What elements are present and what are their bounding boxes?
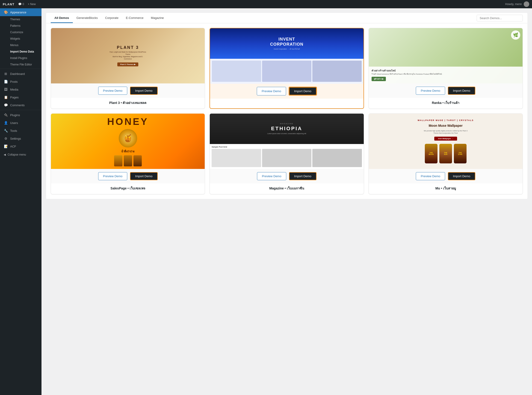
howdy-text: Howdy, menn	[505, 3, 522, 6]
demo-card-name-salespage: SalesPage • เว็บเซลเพจ	[110, 187, 145, 190]
comments-count: 0	[22, 3, 24, 6]
demo-card-plant3: PLANT 3 Fast, Leight and Made for Multip…	[51, 28, 205, 109]
demo-card-name-ranka: Ranka • เว็บร้านค้า	[432, 101, 459, 105]
sidebar-item-settings[interactable]: ⚙ Settings	[0, 135, 42, 143]
sidebar-item-install-plugins[interactable]: Install Plugins	[0, 55, 42, 61]
sidebar-item-theme-file-editor[interactable]: Theme File Editor	[0, 61, 42, 68]
acf-icon: 📝	[4, 144, 8, 148]
appearance-icon: 🎨	[4, 10, 8, 14]
sidebar-item-customize[interactable]: Customize	[0, 29, 42, 35]
preview-demo-button-plant3[interactable]: Preview Demo	[98, 87, 127, 95]
sidebar-item-appearance[interactable]: 🎨 Appearance	[0, 8, 42, 16]
sidebar-item-label: Appearance	[10, 11, 26, 14]
new-button[interactable]: + New	[28, 3, 36, 6]
sidebar-item-widgets[interactable]: Widgets	[0, 35, 42, 42]
sidebar-item-menus[interactable]: Menus	[0, 42, 42, 48]
demo-card-footer-magazine: Magazine • เว็บแมกาซีน	[210, 183, 363, 194]
demo-card-thumb-invent: INVENTCORPORATION Invent Corporation → เ…	[210, 28, 363, 84]
sidebar-item-plugins[interactable]: 🔌 Plugins	[0, 111, 42, 119]
media-icon: 🖼	[4, 88, 8, 91]
posts-icon: 📄	[4, 80, 8, 83]
sidebar-item-dashboard[interactable]: ⊞ Dashboard	[0, 70, 42, 78]
sidebar-item-media[interactable]: 🖼 Media	[0, 86, 42, 93]
sidebar-item-users[interactable]: 👤 Users	[0, 119, 42, 127]
users-icon: 👤	[4, 121, 8, 125]
page-content: All Demos GenerateBlocks Corporate E-Com…	[46, 13, 527, 199]
preview-demo-button-salespage[interactable]: Preview Demo	[98, 172, 127, 180]
sidebar-item-patterns[interactable]: Patterns	[0, 22, 42, 29]
comments-button[interactable]: 💬 0	[18, 3, 24, 6]
search-input[interactable]	[477, 15, 523, 22]
preview-demo-button-magazine[interactable]: Preview Demo	[257, 172, 286, 180]
collapse-icon: ◀	[4, 153, 6, 156]
sidebar-item-import-demo-data[interactable]: Import Demo Data	[0, 48, 42, 55]
preview-demo-button-ranka[interactable]: Preview Demo	[416, 87, 445, 95]
import-demo-button-mu[interactable]: Import Demo	[448, 172, 475, 180]
demo-card-actions-mu: Preview Demo Import Demo	[369, 169, 522, 183]
demo-card-actions-magazine: Preview Demo Import Demo	[210, 169, 363, 183]
topbar-left: PLANT 💬 0 + New	[3, 3, 36, 6]
demo-card-actions-invent: Preview Demo Import Demo	[210, 84, 363, 99]
main-content: All Demos GenerateBlocks Corporate E-Com…	[42, 8, 532, 395]
sidebar-divider	[0, 69, 42, 69]
plugins-icon: 🔌	[4, 113, 8, 117]
demo-card-thumb-salespage: HONEY 🍯 น้ำผึ้งป่าป่าย	[51, 114, 205, 169]
demo-card-footer-ranka: Ranka • เว็บร้านค้า	[369, 98, 522, 109]
sidebar-item-pages[interactable]: 📋 Pages	[0, 93, 42, 101]
topbar-right: Howdy, menn	[505, 1, 529, 7]
tools-icon: 🔧	[4, 129, 8, 132]
import-demo-button-ranka[interactable]: Import Demo	[448, 87, 475, 95]
demo-card-salespage: HONEY 🍯 น้ำผึ้งป่าป่าย Preview Demo Impo…	[51, 113, 205, 194]
demo-grid: PLANT 3 Fast, Leight and Made for Multip…	[46, 23, 527, 199]
preview-demo-button-invent[interactable]: Preview Demo	[257, 87, 286, 95]
preview-demo-button-mu[interactable]: Preview Demo	[416, 172, 445, 180]
sidebar-item-tools[interactable]: 🔧 Tools	[0, 127, 42, 135]
dashboard-icon: ⊞	[4, 72, 8, 76]
import-demo-button-plant3[interactable]: Import Demo	[130, 87, 157, 95]
demo-card-magazine: MAGAZINE ETHIOPIA Lorem ipsum dolor sit …	[209, 113, 364, 194]
sidebar: 🎨 Appearance Themes Patterns Customize W…	[0, 8, 42, 395]
sidebar-item-posts[interactable]: 📄 Posts	[0, 78, 42, 86]
tab-corporate[interactable]: Corporate	[101, 13, 122, 23]
import-demo-button-salespage[interactable]: Import Demo	[130, 172, 157, 180]
sidebar-item-acf[interactable]: 📝 ACF	[0, 143, 42, 150]
comments-icon: 💬	[4, 103, 8, 107]
site-logo: PLANT	[3, 3, 15, 6]
sidebar-divider-2	[0, 110, 42, 110]
tabs-bar: All Demos GenerateBlocks Corporate E-Com…	[46, 13, 527, 23]
sidebar-item-themes[interactable]: Themes	[0, 16, 42, 22]
demo-card-thumb-plant3: PLANT 3 Fast, Leight and Made for Multip…	[51, 28, 205, 83]
demo-card-footer-salespage: SalesPage • เว็บเซลเพจ	[51, 183, 205, 194]
demo-card-footer-mu: Mu • เว็บสายมู	[369, 183, 522, 194]
tab-generateblocks[interactable]: GenerateBlocks	[73, 13, 102, 23]
tab-ecommerce[interactable]: E-Commerce	[122, 13, 147, 23]
collapse-menu-button[interactable]: ◀ Collapse menu	[0, 150, 42, 159]
demo-card-footer-invent	[210, 99, 363, 104]
demo-card-name-magazine: Magazine • เว็บแมกาซีน	[269, 187, 304, 190]
demo-card-actions-salespage: Preview Demo Import Demo	[51, 169, 205, 183]
settings-icon: ⚙	[4, 137, 8, 140]
demo-card-thumb-magazine: MAGAZINE ETHIOPIA Lorem ipsum dolor sit …	[210, 114, 363, 169]
comment-icon: 💬	[18, 3, 22, 6]
tab-magazine[interactable]: Magazine	[147, 13, 167, 23]
demo-card-actions-plant3: Preview Demo Import Demo	[51, 83, 205, 98]
demo-card-footer-plant3: Plant 3 • ตัวอย่างเทมเพลต	[51, 98, 205, 109]
demo-card-name-mu: Mu • เว็บสายมู	[435, 187, 456, 190]
sidebar-item-comments[interactable]: 💬 Comments	[0, 101, 42, 109]
tab-all-demos[interactable]: All Demos	[51, 13, 73, 23]
import-demo-button-magazine[interactable]: Import Demo	[289, 172, 317, 180]
demo-card-thumb-mu: WALLPAPER MUSE | TAROT | CRYSTALS Moon M…	[369, 114, 522, 169]
demo-card-actions-ranka: Preview Demo Import Demo	[369, 83, 522, 98]
demo-card-mu: WALLPAPER MUSE | TAROT | CRYSTALS Moon M…	[368, 113, 523, 194]
demo-card-name-plant3: Plant 3 • ตัวอย่างเทมเพลต	[109, 101, 147, 105]
demo-card-ranka: 🌿 ตัวอย่างร้านค้าออนไลน์ ร้านค้า WooComm…	[368, 28, 523, 109]
demo-card-thumb-ranka: 🌿 ตัวอย่างร้านค้าออนไลน์ ร้านค้า WooComm…	[369, 28, 522, 83]
topbar: PLANT 💬 0 + New Howdy, menn	[0, 0, 532, 8]
avatar	[524, 1, 529, 7]
demo-card-invent: INVENTCORPORATION Invent Corporation → เ…	[209, 28, 364, 109]
import-demo-button-invent[interactable]: Import Demo	[289, 87, 317, 95]
pages-icon: 📋	[4, 95, 8, 99]
